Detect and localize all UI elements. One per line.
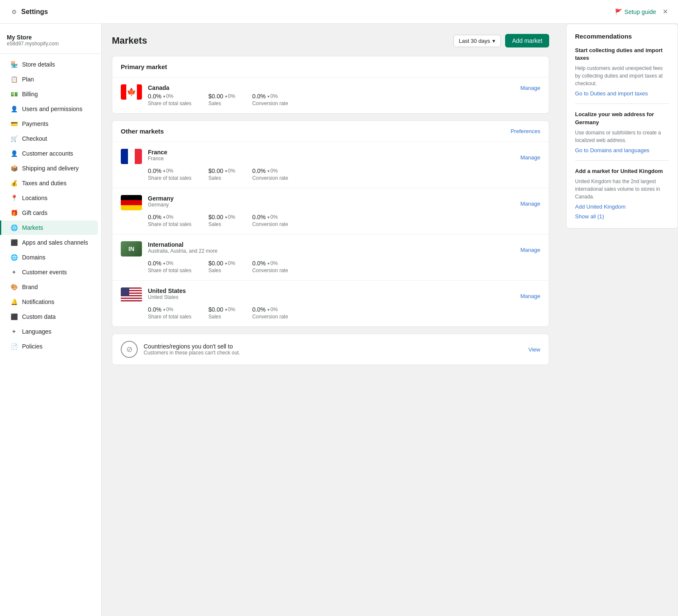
stat-value: 0.0% ▾ 0% (148, 260, 192, 267)
sidebar-item-apps-and-sales-channels[interactable]: ⬛ Apps and sales channels (3, 235, 98, 250)
canada-market-row: Canada Manage 0.0% ▾ 0% Share of total s… (112, 78, 549, 113)
sidebar-item-label-languages: Languages (22, 328, 51, 335)
canada-flag (121, 84, 142, 100)
sidebar-item-label-customer-events: Customer events (22, 269, 67, 276)
setup-guide-link[interactable]: 🚩 Setup guide (615, 8, 656, 15)
stat-item: 0.0% ▾ 0% Conversion rate (252, 214, 288, 227)
sidebar-item-policies[interactable]: 📄 Policies (3, 339, 98, 354)
sidebar-item-billing[interactable]: 💵 Billing (3, 87, 98, 101)
rec-title-germany-domain: Localize your web address for Germany (575, 111, 669, 126)
canada-flag-visual (121, 84, 142, 100)
sidebar-item-plan[interactable]: 📋 Plan (3, 72, 98, 86)
date-filter[interactable]: Last 30 days ▾ (453, 35, 501, 47)
topbar-title: Settings (21, 8, 48, 16)
sidebar-item-notifications[interactable]: 🔔 Notifications (3, 295, 98, 309)
no-sell-info: Countries/regions you don't sell to Cust… (144, 343, 528, 356)
rec-item-duties: Start collecting duties and import taxes… (575, 47, 669, 104)
store-name: My Store (7, 34, 94, 41)
united-states-flag (121, 287, 142, 303)
sidebar-item-label-brand: Brand (22, 284, 38, 290)
sidebar-item-languages[interactable]: ✦ Languages (3, 324, 98, 339)
stat-value: 0.0% ▾ 0% (148, 214, 192, 220)
germany-name: Germany (148, 195, 174, 202)
stat-change: ▾ 0% (163, 307, 173, 312)
united-states-manage-link[interactable]: Manage (520, 293, 540, 299)
preferences-link[interactable]: Preferences (511, 128, 540, 134)
sidebar-item-store-details[interactable]: 🏪 Store details (3, 57, 98, 72)
international-flag: IN (121, 241, 142, 256)
france-manage-link[interactable]: Manage (520, 154, 540, 161)
stat-item: 0.0% ▾ 0% Conversion rate (252, 260, 288, 273)
stat-item: $0.00 ▾ 0% Sales (208, 167, 235, 181)
rec-link-uk[interactable]: Add United Kingdom (575, 203, 625, 210)
page-title: Markets (112, 35, 147, 46)
canada-manage-link[interactable]: Manage (520, 85, 540, 91)
users-icon: 👤 (10, 105, 18, 113)
germany-manage-link[interactable]: Manage (520, 201, 540, 207)
custom-data-icon: ⬛ (10, 313, 18, 321)
germany-stats: 0.0% ▾ 0% Share of total sales $0.00 ▾ 0… (148, 214, 540, 227)
stat-item: 0.0% ▾ 0% Share of total sales (148, 214, 192, 227)
close-button[interactable]: × (663, 7, 668, 17)
rec-title-duties: Start collecting duties and import taxes (575, 47, 669, 62)
sidebar-item-label-domains: Domains (22, 254, 45, 261)
sidebar-item-markets[interactable]: 🌐 Markets (0, 220, 98, 235)
billing-icon: 💵 (10, 90, 18, 98)
sidebar-item-taxes-and-duties[interactable]: 💰 Taxes and duties (3, 176, 98, 190)
stat-value: 0.0% ▾ 0% (148, 93, 192, 100)
stat-label: Share of total sales (148, 268, 192, 273)
rec-link-duties[interactable]: Go to Duties and import taxes (575, 90, 648, 97)
stat-label: Share of total sales (148, 175, 192, 181)
taxes-icon: 💰 (10, 179, 18, 187)
stat-label: Conversion rate (252, 314, 288, 320)
view-link[interactable]: View (528, 346, 540, 353)
sidebar-item-domains[interactable]: 🌐 Domains (3, 250, 98, 265)
chevron-down-icon: ▾ (492, 38, 495, 44)
domains-icon: 🌐 (10, 254, 18, 261)
store-url: e58d97.myshopify.com (7, 41, 94, 47)
sidebar-item-label-shipping-and-delivery: Shipping and delivery (22, 165, 79, 172)
show-all-link[interactable]: Show all (1) (575, 213, 669, 220)
international-market-info: International Australia, Austria, and 22… (148, 241, 540, 273)
sidebar-item-label-billing: Billing (22, 91, 38, 98)
sidebar-item-label-custom-data: Custom data (22, 313, 56, 320)
add-market-button[interactable]: Add market (505, 34, 549, 47)
stat-label: Share of total sales (148, 314, 192, 320)
germany-name-row: Germany Germany Manage (148, 195, 540, 212)
markets-icon: 🌐 (10, 224, 18, 231)
notifications-icon: 🔔 (10, 298, 18, 306)
sidebar-item-brand[interactable]: 🎨 Brand (3, 280, 98, 294)
stat-change: ▾ 0% (163, 168, 173, 174)
stat-item: $0.00 ▾ 0% Sales (208, 93, 235, 106)
sidebar-item-label-apps-and-sales-channels: Apps and sales channels (22, 239, 88, 246)
plan-icon: 📋 (10, 75, 18, 83)
stat-value: 0.0% ▾ 0% (148, 167, 192, 174)
stat-change: ▾ 0% (225, 260, 235, 266)
france-name-row: France France Manage (148, 149, 540, 166)
france-market-info: France France Manage 0.0% ▾ 0% Share of … (148, 149, 540, 181)
stat-item: $0.00 ▾ 0% Sales (208, 260, 235, 273)
sidebar-item-gift-cards[interactable]: 🎁 Gift cards (3, 206, 98, 220)
stat-change: ▾ 0% (225, 93, 235, 99)
sidebar-item-custom-data[interactable]: ⬛ Custom data (3, 309, 98, 324)
sidebar-item-locations[interactable]: 📍 Locations (3, 191, 98, 205)
sidebar-item-label-payments: Payments (22, 120, 48, 127)
sidebar-item-payments[interactable]: 💳 Payments (3, 117, 98, 131)
stat-value: $0.00 ▾ 0% (208, 306, 235, 313)
sidebar: My Store e58d97.myshopify.com 🏪 Store de… (0, 24, 102, 616)
international-manage-link[interactable]: Manage (520, 247, 540, 253)
rec-link-germany-domain[interactable]: Go to Domains and languages (575, 147, 650, 153)
gift-cards-icon: 🎁 (10, 209, 18, 217)
france-stats: 0.0% ▾ 0% Share of total sales $0.00 ▾ 0… (148, 167, 540, 181)
date-filter-label: Last 30 days (459, 38, 490, 44)
sidebar-item-customer-accounts[interactable]: 👤 Customer accounts (3, 146, 98, 161)
sidebar-item-users-and-permissions[interactable]: 👤 Users and permissions (3, 102, 98, 116)
sidebar-item-customer-events[interactable]: ✦ Customer events (3, 265, 98, 279)
stat-change: ▾ 0% (267, 214, 278, 220)
sidebar-item-label-customer-accounts: Customer accounts (22, 150, 73, 157)
market-row-united-states: United States United States Manage 0.0% … (112, 281, 549, 326)
sidebar-item-shipping-and-delivery[interactable]: 📦 Shipping and delivery (3, 161, 98, 176)
sidebar-item-checkout[interactable]: 🛒 Checkout (3, 131, 98, 146)
other-markets-header: Other markets Preferences (112, 121, 549, 142)
store-icon: 🏪 (10, 61, 18, 68)
